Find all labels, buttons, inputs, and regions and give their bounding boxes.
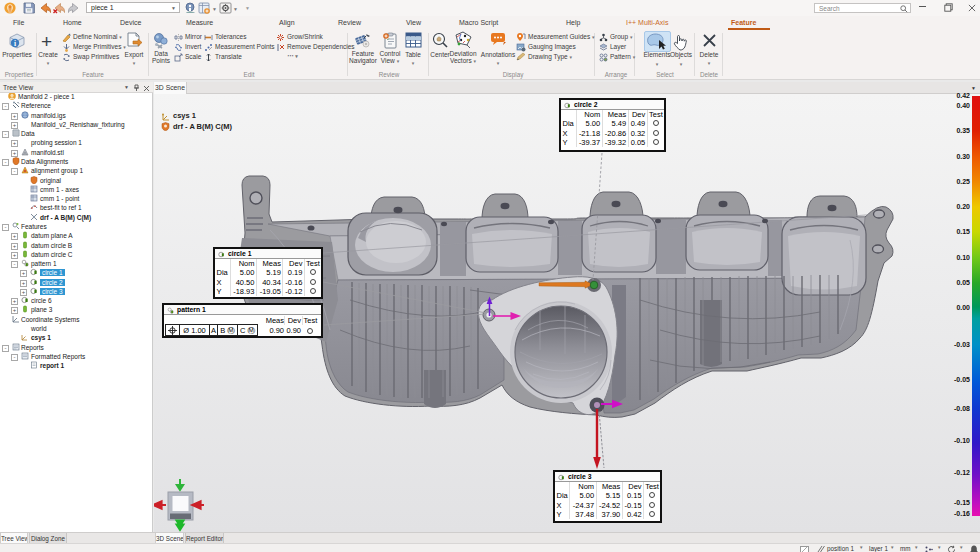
svg-text:i: i [14,39,16,48]
